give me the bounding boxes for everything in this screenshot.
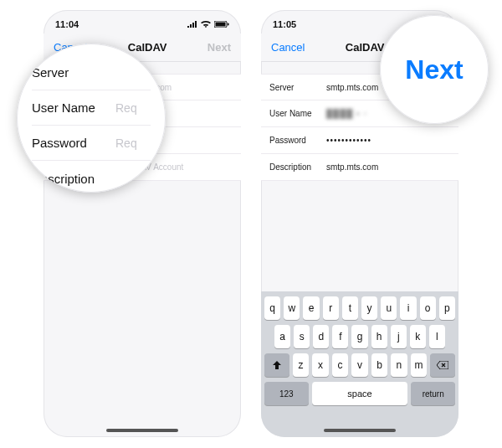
key-j[interactable]: j — [391, 325, 407, 348]
key-b[interactable]: b — [371, 353, 387, 377]
svg-rect-1 — [216, 23, 226, 27]
row-password[interactable]: Password •••••••••••• — [261, 127, 458, 154]
key-z[interactable]: z — [293, 353, 309, 377]
key-v[interactable]: v — [351, 353, 367, 377]
key-l[interactable]: l — [429, 325, 445, 348]
key-a[interactable]: a — [274, 325, 290, 348]
nav-title: CalDAV — [346, 41, 385, 54]
key-m[interactable]: m — [411, 353, 427, 377]
value-password: •••••••••••• — [326, 136, 450, 145]
magnifier-next-button: Next — [380, 15, 489, 124]
cancel-button[interactable]: Cancel — [271, 41, 305, 54]
key-g[interactable]: g — [351, 325, 367, 348]
key-s[interactable]: s — [294, 325, 310, 348]
ios-keyboard: qwertyuiop asdfghjkl zxcvbnm 123 space r… — [261, 291, 458, 437]
keyboard-row-2: asdfghjkl — [264, 325, 455, 348]
magnifier-form-fields: Server User Name Req Password Req Descri… — [17, 44, 166, 193]
key-u[interactable]: u — [381, 296, 397, 320]
key-x[interactable]: x — [312, 353, 328, 377]
next-button-disabled: Next — [207, 41, 231, 54]
label-server: Server — [269, 83, 326, 92]
key-h[interactable]: h — [371, 325, 387, 348]
key-w[interactable]: w — [284, 296, 300, 320]
key-c[interactable]: c — [332, 353, 348, 377]
key-k[interactable]: k — [410, 325, 426, 348]
keyboard-row-4: 123 space return — [264, 382, 455, 405]
lens-label-password: Password — [32, 136, 115, 150]
lens-label-username: User Name — [32, 100, 115, 115]
home-indicator — [106, 429, 178, 432]
backspace-key[interactable] — [430, 353, 455, 377]
space-key[interactable]: space — [312, 382, 408, 405]
key-p[interactable]: p — [439, 296, 455, 320]
lens-ph-password: Req — [115, 136, 137, 150]
status-icons — [187, 21, 229, 28]
status-time: 11:05 — [273, 19, 296, 29]
key-i[interactable]: i — [400, 296, 416, 320]
return-key[interactable]: return — [411, 382, 455, 405]
label-password: Password — [269, 136, 326, 145]
keyboard-row-1: qwertyuiop — [264, 296, 455, 320]
key-t[interactable]: t — [342, 296, 358, 320]
status-time: 11:04 — [55, 19, 79, 29]
lens-row-password: Password Req — [32, 126, 151, 161]
key-n[interactable]: n — [391, 353, 407, 377]
lens-ph-username: Req — [115, 101, 137, 115]
lens-label-server: Server — [32, 65, 115, 80]
key-y[interactable]: y — [361, 296, 377, 320]
keyboard-row-3: zxcvbnm — [264, 353, 455, 377]
nav-title: CalDAV — [128, 41, 167, 54]
key-f[interactable]: f — [332, 325, 348, 348]
label-description: Description — [269, 162, 326, 172]
svg-rect-2 — [228, 23, 229, 26]
status-bar: 11:04 — [44, 10, 241, 33]
lens-row-username: User Name Req — [32, 90, 151, 126]
home-indicator — [324, 429, 396, 432]
lens-row-server: Server — [32, 55, 151, 90]
key-q[interactable]: q — [264, 296, 280, 320]
key-e[interactable]: e — [303, 296, 319, 320]
shift-key[interactable] — [264, 353, 289, 377]
value-description: smtp.mts.com — [326, 162, 450, 172]
label-username: User Name — [269, 109, 326, 118]
key-d[interactable]: d — [313, 325, 329, 348]
numbers-key[interactable]: 123 — [264, 382, 309, 405]
row-description[interactable]: Description smtp.mts.com — [261, 154, 458, 181]
key-o[interactable]: o — [420, 296, 436, 320]
lens-next-label[interactable]: Next — [380, 15, 489, 124]
key-r[interactable]: r — [323, 296, 339, 320]
